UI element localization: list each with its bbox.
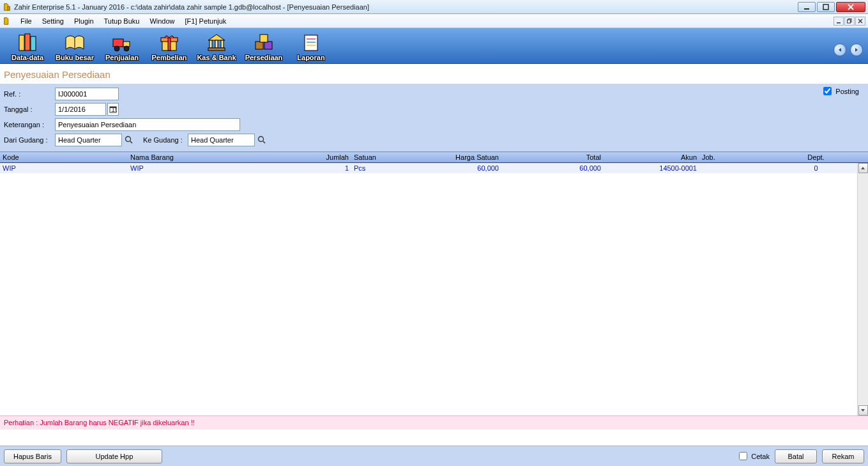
mdi-restore-button[interactable] (844, 17, 855, 26)
svg-rect-7 (25, 34, 30, 50)
svg-rect-2 (823, 4, 828, 10)
dari-gudang-label: Dari Gudang : (4, 136, 55, 144)
col-dept[interactable]: Dept. (786, 153, 846, 161)
window-maximize-button[interactable] (817, 2, 835, 12)
col-nama[interactable]: Nama Barang (128, 153, 284, 161)
rekam-button[interactable]: Rekam (822, 449, 864, 463)
mdi-close-button[interactable] (855, 17, 865, 26)
table-row[interactable]: WIP WIP 1 Pcs 60,000 60,000 14500-0001 0 (0, 163, 868, 173)
keterangan-label: Keterangan : (4, 121, 55, 128)
col-total[interactable]: Total (501, 153, 604, 161)
app-small-icon (3, 17, 11, 26)
menu-setting[interactable]: Setting (37, 16, 69, 26)
menubar: File Setting Plugin Tutup Buku Window [F… (0, 14, 868, 28)
menu-help[interactable]: [F1] Petunjuk (180, 16, 232, 26)
svg-rect-1 (804, 8, 809, 10)
svg-rect-20 (208, 48, 225, 50)
svg-rect-17 (209, 40, 212, 48)
scroll-track[interactable] (858, 173, 868, 405)
scroll-up-button[interactable] (858, 163, 868, 173)
svg-point-12 (114, 46, 119, 51)
menu-file[interactable]: File (15, 16, 37, 26)
cell-nama[interactable]: WIP (128, 164, 284, 172)
svg-line-34 (263, 141, 266, 144)
main-toolbar: Data-data Buku besar Penjualan Pembelian… (0, 28, 868, 64)
footer-bar: Hapus Baris Update Hpp Cetak Batal Rekam (0, 446, 868, 466)
cell-jumlah[interactable]: 1 (284, 164, 351, 172)
hapus-baris-button[interactable]: Hapus Baris (4, 449, 61, 463)
grid-body: WIP WIP 1 Pcs 60,000 60,000 14500-0001 0 (0, 163, 868, 416)
ke-gudang-lookup-button[interactable] (257, 134, 267, 146)
cell-dept[interactable]: 0 (786, 164, 846, 172)
toolbar-laporan[interactable]: Laporan (289, 29, 333, 61)
nav-next-button[interactable] (850, 43, 863, 56)
form-area: Posting Ref. : Tanggal : 15 Keterangan :… (0, 84, 868, 151)
svg-rect-16 (168, 38, 171, 50)
menu-window[interactable]: Window (144, 16, 179, 26)
col-satuan[interactable]: Satuan (351, 153, 393, 161)
window-close-button[interactable] (836, 2, 865, 12)
svg-rect-19 (221, 40, 224, 48)
tanggal-input[interactable] (55, 103, 106, 116)
boxes-icon (253, 33, 275, 53)
bank-icon (206, 33, 227, 53)
posting-label: Posting (835, 88, 859, 95)
toolbar-buku-besar[interactable]: Buku besar (52, 29, 97, 61)
warning-message: Perhatian : Jumlah Barang harus NEGATIF … (0, 416, 868, 430)
col-jumlah[interactable]: Jumlah (284, 153, 351, 161)
svg-rect-0 (8, 6, 10, 10)
col-akun[interactable]: Akun (604, 153, 699, 161)
ref-input[interactable] (55, 88, 119, 100)
toolbar-kas-bank[interactable]: Kas & Bank (194, 29, 239, 61)
report-icon (300, 33, 322, 53)
svg-rect-23 (260, 35, 268, 42)
cell-satuan[interactable]: Pcs (351, 164, 393, 172)
svg-rect-5 (848, 20, 851, 23)
books-icon (17, 33, 38, 53)
svg-point-33 (259, 137, 264, 142)
svg-text:15: 15 (111, 105, 117, 113)
menu-tutup-buku[interactable]: Tutup Buku (99, 16, 145, 26)
cetak-checkbox[interactable] (739, 452, 747, 460)
col-kode[interactable]: Kode (0, 153, 128, 161)
search-icon (257, 136, 266, 144)
svg-rect-3 (837, 22, 841, 24)
toolbar-pembelian[interactable]: Pembelian (147, 29, 192, 61)
cell-total[interactable]: 60,000 (501, 164, 604, 172)
search-icon (125, 136, 133, 144)
ref-label: Ref. : (4, 90, 55, 98)
ke-gudang-label: Ke Gudang : (143, 136, 188, 144)
svg-point-31 (126, 137, 131, 142)
scroll-down-button[interactable] (858, 405, 868, 416)
svg-rect-10 (113, 39, 123, 47)
vertical-scrollbar[interactable] (857, 163, 868, 416)
update-hpp-button[interactable]: Update Hpp (66, 449, 162, 463)
page-title: Penyesuaian Persediaan (0, 64, 868, 84)
col-harga[interactable]: Harga Satuan (393, 153, 501, 161)
posting-checkbox[interactable] (823, 87, 832, 95)
posting-checkbox-row: Posting (821, 85, 859, 97)
dari-gudang-lookup-button[interactable] (124, 134, 134, 146)
batal-button[interactable]: Batal (775, 449, 817, 463)
mdi-minimize-button[interactable] (834, 17, 844, 26)
window-titlebar: Zahir Enterprise 5.1 - January 2016 - c:… (0, 0, 868, 14)
col-job[interactable]: Job. (699, 153, 786, 161)
calendar-button[interactable]: 15 (107, 103, 119, 116)
svg-rect-8 (31, 36, 36, 50)
window-minimize-button[interactable] (798, 2, 816, 12)
toolbar-persediaan[interactable]: Persediaan (241, 29, 286, 61)
svg-rect-6 (19, 35, 24, 50)
dari-gudang-input[interactable] (55, 134, 122, 146)
cell-harga[interactable]: 60,000 (393, 164, 501, 172)
keterangan-input[interactable] (55, 118, 240, 131)
cell-kode[interactable]: WIP (0, 164, 128, 172)
menu-plugin[interactable]: Plugin (69, 16, 99, 26)
nav-prev-button[interactable] (834, 43, 846, 56)
toolbar-data-data[interactable]: Data-data (5, 29, 50, 61)
cell-akun[interactable]: 14500-0001 (604, 164, 699, 172)
window-title: Zahir Enterprise 5.1 - January 2016 - c:… (14, 3, 798, 11)
svg-point-13 (124, 46, 129, 51)
truck-icon (111, 33, 133, 53)
ke-gudang-input[interactable] (188, 134, 255, 146)
toolbar-penjualan[interactable]: Penjualan (100, 29, 144, 61)
